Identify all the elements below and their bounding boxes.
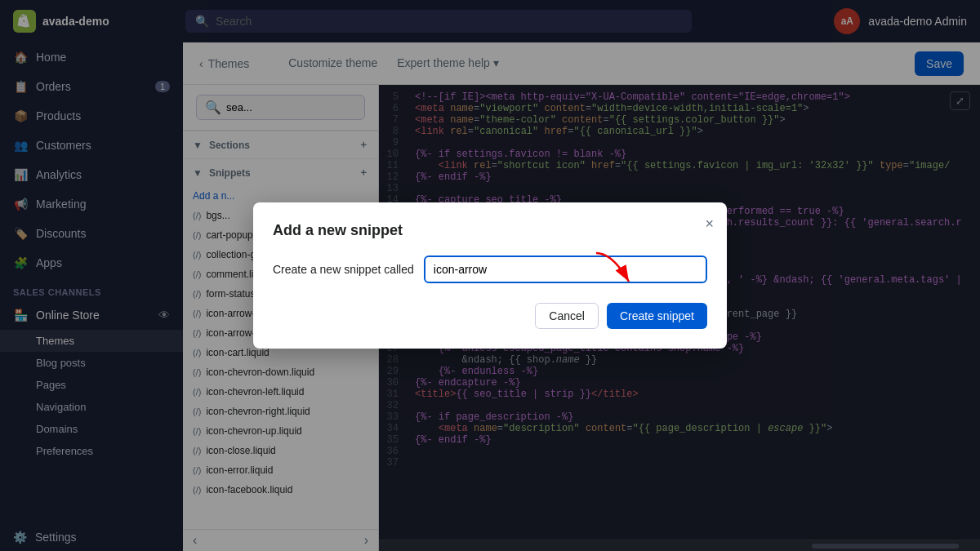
snippet-name-input[interactable]: [424, 256, 707, 283]
modal-footer: Cancel Create snippet: [273, 303, 707, 329]
modal-close-button[interactable]: ×: [705, 216, 714, 233]
modal-title: Add a new snippet: [273, 222, 707, 239]
add-snippet-modal: Add a new snippet × Create a new snippet…: [253, 202, 727, 349]
create-snippet-button[interactable]: Create snippet: [607, 303, 707, 329]
cancel-button[interactable]: Cancel: [535, 303, 599, 329]
modal-label: Create a new snippet called: [273, 263, 414, 276]
modal-body: Create a new snippet called: [273, 256, 707, 283]
modal-overlay: Add a new snippet × Create a new snippet…: [0, 0, 980, 551]
